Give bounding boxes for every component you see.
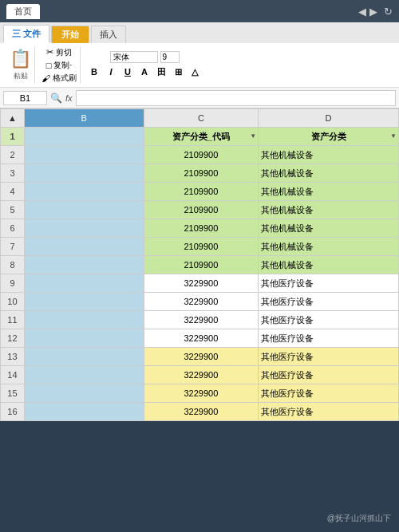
paste-icon[interactable]: 📋 <box>10 49 31 69</box>
cell-c7[interactable]: 2109900 <box>144 238 258 256</box>
table-row: 7 2109900 其他机械设备 <box>1 238 399 256</box>
c1-dropdown[interactable]: ▼ <box>250 128 256 145</box>
cell-c16[interactable]: 3229900 <box>144 403 258 421</box>
cell-b11[interactable] <box>24 311 144 329</box>
cell-b7[interactable] <box>24 238 144 256</box>
highlight-button[interactable]: △ <box>188 65 202 79</box>
refresh-icon[interactable]: ↻ <box>384 6 393 18</box>
copy-icon: □ <box>46 61 52 70</box>
cell-c12[interactable]: 3229900 <box>144 329 258 348</box>
cell-b3[interactable] <box>24 164 144 183</box>
format-label[interactable]: 格式刷 <box>53 73 77 84</box>
cell-c5[interactable]: 2109900 <box>144 201 258 219</box>
row-num-10: 10 <box>1 293 25 311</box>
cell-c14[interactable]: 3229900 <box>144 366 258 384</box>
col-header-b[interactable]: B <box>24 109 144 128</box>
font-row <box>110 51 180 63</box>
watermark-text: @抚子山河抓山下 <box>327 514 391 522</box>
cell-d2[interactable]: 其他机械设备 <box>259 146 399 164</box>
cell-c6[interactable]: 2109900 <box>144 219 258 238</box>
fill-button[interactable]: ⊞ <box>171 65 185 79</box>
cell-d4[interactable]: 其他机械设备 <box>259 183 399 201</box>
select-all-icon[interactable]: ▲ <box>8 113 17 123</box>
cell-c10[interactable]: 3229900 <box>144 293 258 311</box>
watermark: @抚子山河抓山下 <box>327 513 391 524</box>
col-header-c[interactable]: C <box>144 109 258 128</box>
italic-button[interactable]: I <box>104 65 118 79</box>
cell-b9[interactable] <box>24 274 144 293</box>
cell-b6[interactable] <box>24 219 144 238</box>
table-row: 9 3229900 其他医疗设备 <box>1 274 399 293</box>
border-button[interactable]: 田 <box>154 65 168 79</box>
table-row: 8 2109900 其他机械设备 <box>1 256 399 274</box>
cell-c4[interactable]: 2109900 <box>144 183 258 201</box>
font-section: B I U A 田 ⊞ △ <box>84 46 205 84</box>
cell-b5[interactable] <box>24 201 144 219</box>
cell-b1[interactable] <box>24 128 144 146</box>
d1-dropdown[interactable]: ▼ <box>390 128 397 145</box>
cell-d12[interactable]: 其他医疗设备 <box>259 329 399 348</box>
corner-header: ▲ <box>1 109 25 128</box>
table-row: 2 2109900 其他机械设备 <box>1 146 399 164</box>
format-buttons-row: B I U A 田 ⊞ △ <box>87 65 202 79</box>
cell-c11[interactable]: 3229900 <box>144 311 258 329</box>
cell-c2[interactable]: 2109900 <box>144 146 258 164</box>
cell-d11[interactable]: 其他医疗设备 <box>259 311 399 329</box>
table-row: 12 3229900 其他医疗设备 <box>1 329 399 348</box>
cell-b16[interactable] <box>24 403 144 421</box>
cell-d5[interactable]: 其他机械设备 <box>259 201 399 219</box>
cell-d7[interactable]: 其他机械设备 <box>259 238 399 256</box>
tab-insert[interactable]: 插入 <box>91 26 126 43</box>
row-num-4: 4 <box>1 183 25 201</box>
cell-d16[interactable]: 其他医疗设备 <box>259 403 399 421</box>
formula-bar: 🔍 fx <box>0 88 399 108</box>
d1-label: 资产分类 <box>311 132 346 141</box>
cell-b10[interactable] <box>24 293 144 311</box>
cell-c8[interactable]: 2109900 <box>144 256 258 274</box>
cell-d14[interactable]: 其他医疗设备 <box>259 366 399 384</box>
tab-file[interactable]: 三 文件 <box>3 25 49 43</box>
fx-label: fx <box>65 93 73 103</box>
table-row: 3 2109900 其他机械设备 <box>1 164 399 183</box>
font-color-button[interactable]: A <box>137 65 152 79</box>
cell-b12[interactable] <box>24 329 144 348</box>
sheet-table: ▲ B C D 1 资产分类_代码 ▼ <box>0 108 399 421</box>
cell-b15[interactable] <box>24 384 144 403</box>
cell-d10[interactable]: 其他医疗设备 <box>259 293 399 311</box>
browser-tab[interactable]: 首页 <box>6 4 40 19</box>
cell-c9[interactable]: 3229900 <box>144 274 258 293</box>
excel-app: 三 文件 开始 插入 📋 粘贴 ✂ 剪切 □ <box>0 22 399 421</box>
cell-c13[interactable]: 3229900 <box>144 348 258 366</box>
table-row: 15 3229900 其他医疗设备 <box>1 384 399 403</box>
cell-reference-input[interactable] <box>3 91 47 105</box>
cell-b13[interactable] <box>24 348 144 366</box>
cell-d6[interactable]: 其他机械设备 <box>259 219 399 238</box>
cell-d15[interactable]: 其他医疗设备 <box>259 384 399 403</box>
font-size-selector[interactable] <box>160 51 180 63</box>
cell-b4[interactable] <box>24 183 144 201</box>
cell-d3[interactable]: 其他机械设备 <box>259 164 399 183</box>
cell-d13[interactable]: 其他医疗设备 <box>259 348 399 366</box>
tab-insert-label: 插入 <box>100 30 117 39</box>
cell-b2[interactable] <box>24 146 144 164</box>
copy-label[interactable]: 复制· <box>53 60 72 71</box>
cell-b8[interactable] <box>24 256 144 274</box>
table-row: 16 3229900 其他医疗设备 <box>1 403 399 421</box>
col-header-d[interactable]: D <box>259 109 399 128</box>
tab-start[interactable]: 开始 <box>51 26 89 43</box>
cell-c1[interactable]: 资产分类_代码 ▼ <box>144 128 258 146</box>
table-row: 14 3229900 其他医疗设备 <box>1 366 399 384</box>
cell-d1[interactable]: 资产分类 ▼ <box>259 128 399 146</box>
font-selector[interactable] <box>110 51 158 63</box>
bold-button[interactable]: B <box>87 65 101 79</box>
cell-c3[interactable]: 2109900 <box>144 164 258 183</box>
table-row: 10 3229900 其他医疗设备 <box>1 293 399 311</box>
cell-b14[interactable] <box>24 366 144 384</box>
cut-label[interactable]: 剪切 <box>56 47 72 58</box>
row-num-2: 2 <box>1 146 25 164</box>
cell-d8[interactable]: 其他机械设备 <box>259 256 399 274</box>
formula-input[interactable] <box>76 90 396 106</box>
cell-c15[interactable]: 3229900 <box>144 384 258 403</box>
underline-button[interactable]: U <box>120 65 135 79</box>
cell-d9[interactable]: 其他医疗设备 <box>259 274 399 293</box>
